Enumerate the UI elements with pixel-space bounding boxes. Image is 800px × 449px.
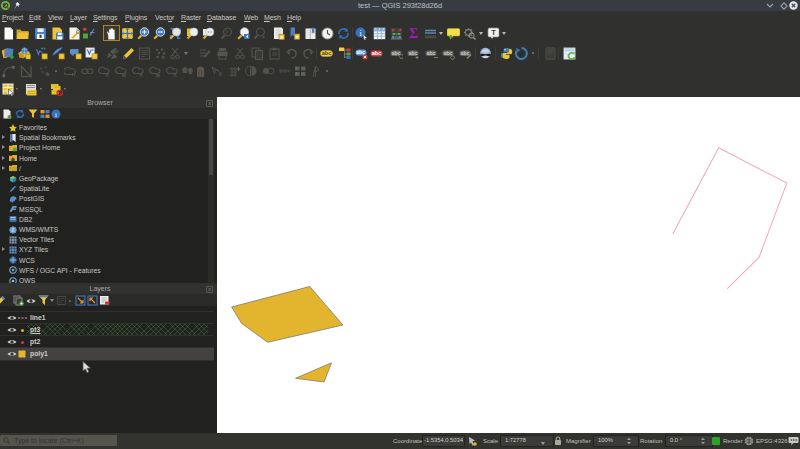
svg-text:T: T [491,28,496,37]
svg-text:e: e [219,70,223,77]
svg-text:abc: abc [322,50,331,56]
svg-text:abc: abc [409,50,418,56]
svg-text:abc: abc [444,50,453,56]
svg-text:abc: abc [427,50,436,56]
svg-text:i: i [55,110,57,118]
svg-text:Σ: Σ [409,26,418,39]
svg-text:abc: abc [461,50,470,56]
svg-text:abc: abc [356,49,365,55]
svg-text:abc: abc [372,50,381,56]
svg-text:abc: abc [392,50,401,56]
